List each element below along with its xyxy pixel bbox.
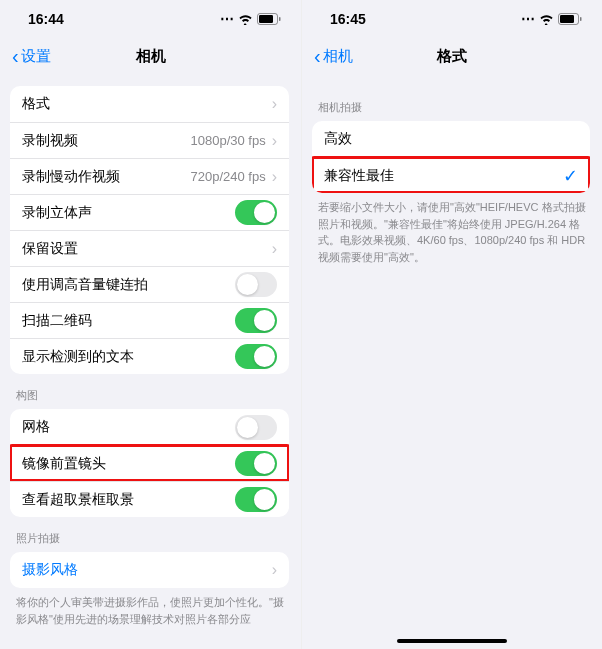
row-label: 使用调高音量键连拍 bbox=[22, 276, 235, 294]
toggle-knob bbox=[254, 310, 275, 331]
svg-rect-5 bbox=[580, 17, 582, 21]
section-header-capture: 相机拍摄 bbox=[302, 86, 602, 121]
row-label: 网格 bbox=[22, 418, 235, 436]
toggle-knob bbox=[254, 346, 275, 367]
status-time: 16:44 bbox=[28, 11, 220, 27]
chevron-right-icon: › bbox=[272, 95, 277, 113]
row-label: 镜像前置镜头 bbox=[22, 455, 235, 473]
chevron-right-icon: › bbox=[272, 240, 277, 258]
toggle-knob bbox=[237, 274, 258, 295]
row-label: 保留设置 bbox=[22, 240, 272, 258]
phone-camera-settings: 16:44 ⋯ ‹ 设置 相机 格式›录制视频1080p/30 fps›录制慢动… bbox=[0, 0, 301, 649]
footer-text: 将你的个人审美带进摄影作品，使照片更加个性化。"摄影风格"使用先进的场景理解技术… bbox=[0, 588, 301, 633]
chevron-left-icon: ‹ bbox=[12, 45, 19, 68]
settings-row[interactable]: 使用调高音量键连拍 bbox=[10, 266, 289, 302]
settings-row[interactable]: 录制慢动作视频720p/240 fps› bbox=[10, 158, 289, 194]
chevron-right-icon: › bbox=[272, 561, 277, 579]
settings-row[interactable]: 录制立体声 bbox=[10, 194, 289, 230]
nav-bar: ‹ 相机 格式 bbox=[302, 38, 602, 74]
settings-row[interactable]: 摄影风格› bbox=[10, 552, 289, 588]
toggle-switch[interactable] bbox=[235, 415, 277, 440]
toggle-knob bbox=[237, 417, 258, 438]
back-button[interactable]: ‹ 相机 bbox=[314, 45, 353, 68]
toggle-knob bbox=[254, 202, 275, 223]
status-time: 16:45 bbox=[330, 11, 521, 27]
settings-row[interactable]: 高效 bbox=[312, 121, 590, 157]
row-label: 摄影风格 bbox=[22, 561, 272, 579]
svg-rect-2 bbox=[279, 17, 281, 21]
settings-row[interactable]: 兼容性最佳✓ bbox=[312, 157, 590, 193]
battery-icon bbox=[558, 13, 582, 25]
status-bar: 16:45 ⋯ bbox=[302, 0, 602, 38]
page-title: 格式 bbox=[437, 47, 467, 66]
row-label: 录制立体声 bbox=[22, 204, 235, 222]
status-icons: ⋯ bbox=[220, 11, 281, 27]
cellular-icon: ⋯ bbox=[521, 11, 535, 27]
home-indicator bbox=[397, 639, 507, 643]
settings-row[interactable]: 保留设置› bbox=[10, 230, 289, 266]
settings-row[interactable]: 镜像前置镜头 bbox=[10, 445, 289, 481]
toggle-switch[interactable] bbox=[235, 487, 277, 512]
toggle-knob bbox=[254, 489, 275, 510]
settings-row[interactable]: 显示检测到的文本 bbox=[10, 338, 289, 374]
checkmark-icon: ✓ bbox=[563, 165, 578, 187]
toggle-switch[interactable] bbox=[235, 200, 277, 225]
row-value: 1080p/30 fps bbox=[190, 133, 265, 148]
back-label: 相机 bbox=[323, 47, 353, 66]
row-label: 显示检测到的文本 bbox=[22, 348, 235, 366]
row-label: 查看超取景框取景 bbox=[22, 491, 235, 509]
settings-row[interactable]: 扫描二维码 bbox=[10, 302, 289, 338]
row-label: 录制慢动作视频 bbox=[22, 168, 190, 186]
page-title: 相机 bbox=[136, 47, 166, 66]
cellular-icon: ⋯ bbox=[220, 11, 234, 27]
phone-formats: 16:45 ⋯ ‹ 相机 格式 相机拍摄 高效兼容性最佳✓ 若要缩小文件大小，请… bbox=[301, 0, 602, 649]
battery-icon bbox=[257, 13, 281, 25]
back-label: 设置 bbox=[21, 47, 51, 66]
wifi-icon bbox=[539, 14, 554, 25]
wifi-icon bbox=[238, 14, 253, 25]
settings-row[interactable]: 查看超取景框取景 bbox=[10, 481, 289, 517]
svg-rect-1 bbox=[259, 15, 273, 23]
nav-bar: ‹ 设置 相机 bbox=[0, 38, 301, 74]
row-label: 高效 bbox=[324, 130, 578, 148]
settings-row[interactable]: 网格 bbox=[10, 409, 289, 445]
section-header-composition: 构图 bbox=[0, 374, 301, 409]
content: 格式›录制视频1080p/30 fps›录制慢动作视频720p/240 fps›… bbox=[0, 74, 301, 649]
footer-text: 若要缩小文件大小，请使用"高效"HEIF/HEVC 格式拍摄照片和视频。"兼容性… bbox=[302, 193, 602, 271]
svg-rect-4 bbox=[560, 15, 574, 23]
back-button[interactable]: ‹ 设置 bbox=[12, 45, 51, 68]
status-bar: 16:44 ⋯ bbox=[0, 0, 301, 38]
toggle-knob bbox=[254, 453, 275, 474]
row-label: 格式 bbox=[22, 95, 272, 113]
row-label: 扫描二维码 bbox=[22, 312, 235, 330]
toggle-switch[interactable] bbox=[235, 308, 277, 333]
toggle-switch[interactable] bbox=[235, 451, 277, 476]
content: 相机拍摄 高效兼容性最佳✓ 若要缩小文件大小，请使用"高效"HEIF/HEVC … bbox=[302, 74, 602, 649]
row-value: 720p/240 fps bbox=[190, 169, 265, 184]
chevron-right-icon: › bbox=[272, 168, 277, 186]
row-label: 兼容性最佳 bbox=[324, 167, 563, 185]
status-icons: ⋯ bbox=[521, 11, 582, 27]
settings-row[interactable]: 格式› bbox=[10, 86, 289, 122]
row-label: 录制视频 bbox=[22, 132, 190, 150]
toggle-switch[interactable] bbox=[235, 272, 277, 297]
toggle-switch[interactable] bbox=[235, 344, 277, 369]
chevron-right-icon: › bbox=[272, 132, 277, 150]
section-header-photo: 照片拍摄 bbox=[0, 517, 301, 552]
settings-row[interactable]: 录制视频1080p/30 fps› bbox=[10, 122, 289, 158]
chevron-left-icon: ‹ bbox=[314, 45, 321, 68]
